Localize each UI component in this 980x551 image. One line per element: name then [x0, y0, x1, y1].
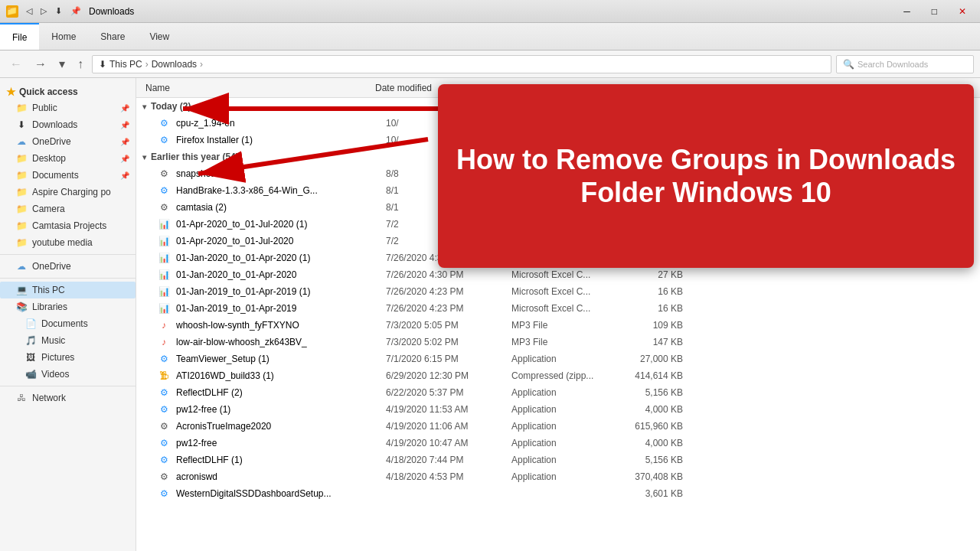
sidebar-item-camtasia[interactable]: 📁 Camtasia Projects: [0, 217, 136, 234]
sidebar-item-pictures[interactable]: 🖼 Pictures: [0, 349, 136, 366]
sidebar-item-youtube[interactable]: 📁 youtube media: [0, 234, 136, 251]
file-name: camtasia (2): [176, 202, 383, 213]
file-icon: ⚙: [158, 353, 170, 365]
sidebar-item-label: Aspire Charging po: [32, 187, 111, 197]
sidebar-item-music[interactable]: 🎵 Music: [0, 332, 136, 349]
file-name: low-air-blow-whoosh_zk643BV_: [176, 337, 383, 347]
file-icon: 📊: [158, 285, 170, 298]
file-icon: 📊: [158, 252, 170, 264]
tab-share[interactable]: Share: [88, 23, 137, 50]
file-date: 7/3/2020 5:05 PM: [386, 320, 508, 331]
content-area: Name Date modified Type Size ▾Today (2) …: [136, 78, 980, 551]
sidebar-item-network[interactable]: 🖧 Network: [0, 390, 136, 406]
file-name: acroniswd: [176, 471, 383, 482]
file-icon: ⚙: [158, 420, 170, 432]
pin-icon: 📌: [120, 155, 129, 163]
tab-view[interactable]: View: [137, 23, 181, 50]
sidebar-section-quick-access[interactable]: ★ Quick access: [0, 81, 136, 99]
file-icon: 📊: [158, 302, 170, 315]
table-row[interactable]: ⚙ pw12-free (1) 4/19/2020 11:53 AM Appli…: [136, 401, 980, 418]
sidebar-item-documents-qa[interactable]: 📁 Documents 📌: [0, 167, 136, 184]
file-date: 4/19/2020 11:06 AM: [386, 421, 508, 432]
quick-access-label: Quick access: [19, 86, 78, 97]
file-name: cpu-z_1.94-en: [176, 118, 383, 129]
title-bar-back-icon[interactable]: ◁: [23, 5, 35, 18]
file-size: 5,156 KB: [622, 455, 683, 465]
sidebar-item-label: Camtasia Projects: [32, 220, 106, 231]
sidebar-item-this-pc[interactable]: 💻 This PC: [0, 282, 136, 298]
forward-button[interactable]: →: [31, 56, 51, 73]
chevron-icon: ▾: [142, 103, 146, 111]
sidebar-item-label: Videos: [41, 369, 69, 380]
table-row[interactable]: ⚙ pw12-free 4/19/2020 10:47 AM Applicati…: [136, 435, 980, 452]
table-row[interactable]: 📊 01-Jan-2020_to_01-Apr-2020 7/26/2020 4…: [136, 266, 980, 283]
search-box[interactable]: 🔍 Search Downloads: [836, 55, 974, 73]
libraries-icon: 📚: [15, 301, 28, 313]
this-pc-icon: 💻: [15, 284, 28, 296]
tab-file[interactable]: File: [0, 23, 39, 50]
file-size: 4,000 KB: [622, 404, 683, 415]
title-bar-pin-icon[interactable]: 📌: [67, 5, 84, 18]
address-path[interactable]: ⬇ This PC › Downloads ›: [92, 55, 831, 73]
file-icon: 📊: [158, 235, 170, 247]
back-button[interactable]: ←: [6, 56, 26, 73]
tab-home[interactable]: Home: [39, 23, 88, 50]
up-button[interactable]: ↑: [74, 56, 87, 73]
table-row[interactable]: ♪ low-air-blow-whoosh_zk643BV_ 7/3/2020 …: [136, 334, 980, 350]
table-row[interactable]: ⚙ acroniswd 4/18/2020 4:53 PM Applicatio…: [136, 468, 980, 485]
table-row[interactable]: ⚙ AcronisTrueImage2020 4/19/2020 11:06 A…: [136, 418, 980, 435]
title-bar-down-icon[interactable]: ⬇: [52, 5, 65, 18]
title-bar-quick-nav: ◁ ▷ ⬇ 📌: [23, 5, 84, 18]
sidebar-item-onedrive[interactable]: ☁ OneDrive: [0, 258, 136, 275]
table-row[interactable]: ♪ whoosh-low-synth_fyFTXYNO 7/3/2020 5:0…: [136, 317, 980, 334]
file-date: 7/26/2020 4:23 PM: [386, 286, 508, 297]
recent-button[interactable]: ▾: [55, 55, 69, 73]
table-row[interactable]: ⚙ ReflectDLHF (1) 4/18/2020 7:44 PM Appl…: [136, 452, 980, 468]
maximize-button[interactable]: □: [924, 6, 945, 17]
file-date: 4/19/2020 10:47 AM: [386, 438, 508, 448]
file-icon: ⚙: [158, 403, 170, 416]
close-button[interactable]: ✕: [951, 6, 974, 17]
sidebar-item-label: Documents: [32, 170, 79, 181]
table-row[interactable]: ⚙ ReflectDLHF (2) 6/22/2020 5:37 PM Appl…: [136, 384, 980, 401]
pin-icon: 📌: [120, 104, 129, 112]
table-row[interactable]: 📊 01-Jan-2019_to_01-Apr-2019 (1) 7/26/20…: [136, 283, 980, 300]
table-row[interactable]: 🗜 ATI2016WD_build33 (1) 6/29/2020 12:30 …: [136, 367, 980, 384]
table-row[interactable]: ⚙ TeamViewer_Setup (1) 7/1/2020 6:15 PM …: [136, 350, 980, 367]
video-overlay: How to Remove Groups in Downloads Folder…: [438, 84, 974, 268]
sidebar-item-camera[interactable]: 📁 Camera: [0, 201, 136, 217]
group-label: Today (2): [151, 101, 191, 112]
sidebar-item-aspire[interactable]: 📁 Aspire Charging po: [0, 184, 136, 201]
file-type: MP3 File: [511, 320, 619, 331]
sidebar-item-desktop[interactable]: 📁 Desktop 📌: [0, 150, 136, 167]
sidebar-item-label: OneDrive: [32, 136, 71, 147]
address-this-pc[interactable]: This PC: [109, 59, 142, 70]
folder-icon: 📁: [15, 203, 28, 215]
file-size: 370,408 KB: [622, 471, 683, 482]
sidebar-section-libraries[interactable]: 📚 Libraries: [0, 298, 136, 315]
col-header-name[interactable]: Name: [142, 83, 372, 93]
table-row[interactable]: 📊 01-Jan-2019_to_01-Apr-2019 7/26/2020 4…: [136, 300, 980, 317]
file-size: 615,960 KB: [622, 421, 683, 432]
address-downloads[interactable]: Downloads: [152, 59, 197, 70]
address-download-icon: ⬇: [99, 59, 106, 70]
file-name: ReflectDLHF (1): [176, 455, 383, 465]
file-icon: ⚙: [158, 168, 170, 180]
file-icon: ⚙: [158, 184, 170, 197]
sidebar-item-documents-pc[interactable]: 📄 Documents: [0, 315, 136, 332]
sidebar-item-public[interactable]: 📁 Public 📌: [0, 99, 136, 116]
pictures-icon: 🖼: [24, 351, 37, 364]
folder-icon: 📁: [15, 102, 28, 114]
file-type: Microsoft Excel C...: [511, 286, 619, 297]
onedrive-icon: ☁: [15, 135, 28, 148]
table-row[interactable]: ⚙ WesternDigitalSSDDashboardSetup... 3,6…: [136, 485, 980, 502]
file-name: 01-Jan-2020_to_01-Apr-2020: [176, 269, 383, 280]
file-type: Application: [511, 438, 619, 448]
sidebar-item-videos[interactable]: 📹 Videos: [0, 366, 136, 383]
sidebar-item-onedrive-qa[interactable]: ☁ OneDrive 📌: [0, 133, 136, 150]
minimize-button[interactable]: ─: [896, 6, 918, 17]
sidebar-item-downloads[interactable]: ⬇ Downloads 📌: [0, 116, 136, 133]
title-bar-forward-icon[interactable]: ▷: [38, 5, 50, 18]
folder-icon: 📁: [15, 186, 28, 198]
file-size: 109 KB: [622, 320, 683, 331]
